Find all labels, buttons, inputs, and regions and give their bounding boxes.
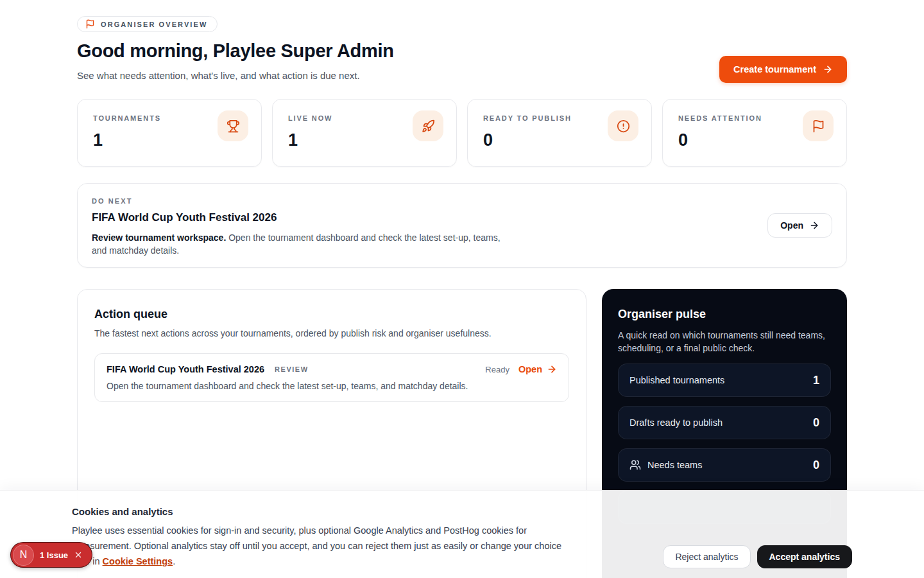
cookie-banner-actions: Reject analytics Accept analytics — [663, 545, 852, 568]
queue-item-open-link[interactable]: Open — [518, 364, 557, 374]
pulse-row-drafts: Drafts ready to publish 0 — [618, 406, 831, 439]
arrow-right-icon — [823, 64, 833, 74]
do-next-eyebrow: DO NEXT — [92, 197, 832, 205]
arrow-right-icon — [547, 364, 557, 374]
action-queue-title: Action queue — [94, 308, 569, 321]
queue-item-right: Ready Open — [485, 364, 557, 374]
rocket-icon — [413, 110, 443, 141]
pulse-row-value: 0 — [813, 416, 819, 430]
cookie-banner: Cookies and analytics Playlee uses essen… — [0, 490, 924, 578]
trophy-icon — [218, 110, 248, 141]
stat-card-needs-attention: NEEDS ATTENTION 0 — [662, 99, 847, 167]
organiser-overview-page: ORGANISER OVERVIEW Good morning, Playlee… — [0, 0, 924, 578]
alert-circle-icon — [608, 110, 638, 141]
do-next-action-bold: Review tournament workspace. — [92, 232, 226, 243]
stats-row: TOURNAMENTS 1 LIVE NOW 1 READY TO PUBLIS… — [77, 99, 847, 167]
queue-item-tag: REVIEW — [275, 365, 309, 373]
queue-item-header: FIFA World Cup Youth Festival 2026 REVIE… — [107, 364, 557, 374]
overview-badge: ORGANISER OVERVIEW — [77, 16, 218, 32]
page-subtitle: See what needs attention, what's live, a… — [77, 70, 360, 81]
queue-item-title: FIFA World Cup Youth Festival 2026 — [107, 364, 264, 374]
cookie-banner-body: Playlee uses essential cookies for sign-… — [72, 523, 572, 569]
reject-analytics-button[interactable]: Reject analytics — [663, 545, 750, 568]
create-tournament-button[interactable]: Create tournament — [719, 56, 847, 83]
queue-item-status: Ready — [485, 365, 509, 374]
pulse-row-label: Needs teams — [647, 460, 702, 470]
stat-card-live-now: LIVE NOW 1 — [272, 99, 457, 167]
page-title: Good morning, Playlee Super Admin — [77, 40, 394, 62]
users-icon — [629, 459, 641, 471]
do-next-card: DO NEXT FIFA World Cup Youth Festival 20… — [77, 183, 847, 268]
queue-item-description: Open the tournament dashboard and check … — [107, 381, 557, 391]
flag-icon — [803, 110, 834, 141]
queue-item: FIFA World Cup Youth Festival 2026 REVIE… — [94, 353, 569, 402]
overview-badge-label: ORGANISER OVERVIEW — [101, 21, 207, 28]
open-button-label: Open — [780, 220, 803, 231]
issue-count-label: 1 Issue — [40, 550, 68, 560]
stat-card-tournaments: TOURNAMENTS 1 — [77, 99, 262, 167]
action-queue-description: The fastest next actions across your tou… — [94, 328, 569, 338]
organiser-pulse-title: Organiser pulse — [618, 308, 831, 321]
pulse-row-needs-teams: Needs teams 0 — [618, 448, 831, 482]
do-next-title: FIFA World Cup Youth Festival 2026 — [92, 211, 832, 224]
do-next-description: Review tournament workspace. Open the to… — [92, 231, 515, 257]
cookie-banner-title: Cookies and analytics — [72, 506, 852, 517]
cookie-settings-link[interactable]: Cookie Settings — [103, 556, 173, 566]
do-next-open-button[interactable]: Open — [767, 213, 832, 238]
cookie-body-suffix: . — [173, 556, 175, 566]
create-tournament-label: Create tournament — [733, 64, 816, 74]
pulse-row-value: 0 — [813, 459, 819, 472]
arrow-right-icon — [809, 220, 819, 231]
pulse-row-label: Published tournaments — [629, 375, 724, 385]
pulse-row-published: Published tournaments 1 — [618, 363, 831, 397]
dev-issues-badge[interactable]: N 1 Issue — [10, 542, 92, 568]
pulse-row-value: 1 — [813, 374, 819, 387]
stat-card-ready-to-publish: READY TO PUBLISH 0 — [467, 99, 652, 167]
organiser-pulse-description: A quick read on which tournaments still … — [618, 329, 830, 355]
nextjs-logo[interactable]: N — [13, 545, 34, 566]
queue-open-label: Open — [518, 364, 542, 374]
flag-icon — [85, 19, 95, 29]
accept-analytics-button[interactable]: Accept analytics — [757, 545, 853, 568]
close-icon[interactable] — [74, 550, 83, 559]
pulse-row-label: Drafts ready to publish — [629, 417, 723, 428]
